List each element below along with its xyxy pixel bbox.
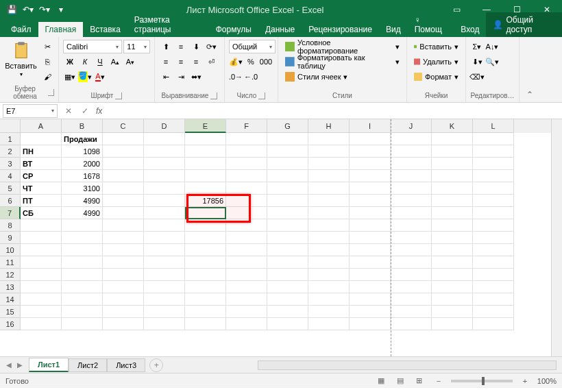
cell-I10[interactable] xyxy=(350,244,391,256)
cell-J2[interactable] xyxy=(391,145,432,158)
cell-E12[interactable] xyxy=(185,269,226,281)
cell-L7[interactable] xyxy=(473,207,514,219)
clipboard-launcher[interactable] xyxy=(48,89,54,96)
page-break-view-button[interactable]: ⊞ xyxy=(413,376,426,387)
cell-J1[interactable] xyxy=(391,133,432,145)
cell-I7[interactable] xyxy=(350,207,391,219)
cell-G15[interactable] xyxy=(267,306,308,318)
cell-B11[interactable] xyxy=(62,256,103,269)
cell-G7[interactable] xyxy=(267,207,308,219)
cell-K12[interactable] xyxy=(432,269,473,281)
col-header-B[interactable]: B xyxy=(62,119,103,133)
row-header-15[interactable]: 15 xyxy=(0,306,21,318)
cell-A7[interactable]: СБ xyxy=(21,207,62,219)
cell-F15[interactable] xyxy=(226,306,267,318)
font-grow-button[interactable]: A▴ xyxy=(108,55,122,69)
cell-G8[interactable] xyxy=(267,219,308,232)
row-header-3[interactable]: 3 xyxy=(0,158,21,170)
row-header-5[interactable]: 5 xyxy=(0,182,21,195)
cell-K16[interactable] xyxy=(432,318,473,330)
cell-A15[interactable] xyxy=(21,306,62,318)
zoom-out-button[interactable]: − xyxy=(432,376,445,387)
cell-L5[interactable] xyxy=(473,182,514,195)
cell-L6[interactable] xyxy=(473,195,514,207)
row-header-1[interactable]: 1 xyxy=(0,133,21,145)
cell-F16[interactable] xyxy=(226,318,267,330)
cell-C1[interactable] xyxy=(103,133,144,145)
cell-G4[interactable] xyxy=(267,170,308,182)
align-center-button[interactable]: ≡ xyxy=(174,55,188,69)
cell-J7[interactable] xyxy=(391,207,432,219)
indent-increase-button[interactable]: ⇥ xyxy=(174,70,188,84)
cell-B13[interactable] xyxy=(62,281,103,293)
cell-D4[interactable] xyxy=(144,170,185,182)
enter-formula-button[interactable]: ✓ xyxy=(78,104,92,118)
cell-E15[interactable] xyxy=(185,306,226,318)
cell-E13[interactable] xyxy=(185,281,226,293)
cell-G6[interactable] xyxy=(267,195,308,207)
cell-J15[interactable] xyxy=(391,306,432,318)
row-header-4[interactable]: 4 xyxy=(0,170,21,182)
borders-button[interactable]: ▦▾ xyxy=(63,70,77,84)
cell-F8[interactable] xyxy=(226,219,267,232)
cell-D7[interactable] xyxy=(144,207,185,219)
col-header-E[interactable]: E xyxy=(185,119,226,133)
cell-H6[interactable] xyxy=(308,195,350,207)
cell-I1[interactable] xyxy=(350,133,391,145)
cell-A12[interactable] xyxy=(21,269,62,281)
cell-I2[interactable] xyxy=(350,145,391,158)
cell-C11[interactable] xyxy=(103,256,144,269)
col-header-J[interactable]: J xyxy=(391,119,432,133)
cell-D2[interactable] xyxy=(144,145,185,158)
cell-A13[interactable] xyxy=(21,281,62,293)
cell-B6[interactable]: 4990 xyxy=(62,195,103,207)
align-bottom-button[interactable]: ⬇ xyxy=(189,40,203,53)
page-layout-view-button[interactable]: ▤ xyxy=(393,376,407,387)
col-header-G[interactable]: G xyxy=(267,119,308,133)
cell-F3[interactable] xyxy=(226,158,267,170)
cell-L10[interactable] xyxy=(473,244,514,256)
cell-G9[interactable] xyxy=(267,232,308,244)
cell-C13[interactable] xyxy=(103,281,144,293)
fill-color-button[interactable]: 🪣▾ xyxy=(78,70,92,84)
row-header-9[interactable]: 9 xyxy=(0,232,21,244)
cell-D11[interactable] xyxy=(144,256,185,269)
cell-G16[interactable] xyxy=(267,318,308,330)
share-button[interactable]: 👤Общий доступ xyxy=(486,12,562,37)
fill-button[interactable]: ⬇▾ xyxy=(470,55,484,69)
cell-A4[interactable]: СР xyxy=(21,170,62,182)
cell-D16[interactable] xyxy=(144,318,185,330)
cell-I3[interactable] xyxy=(350,158,391,170)
cell-J14[interactable] xyxy=(391,293,432,306)
number-format-combo[interactable]: Общий▾ xyxy=(229,40,276,53)
cell-E10[interactable] xyxy=(185,244,226,256)
autosum-button[interactable]: Σ▾ xyxy=(470,40,484,53)
cell-D15[interactable] xyxy=(144,306,185,318)
font-shrink-button[interactable]: A▾ xyxy=(123,55,137,69)
cell-B10[interactable] xyxy=(62,244,103,256)
qat-customize[interactable]: ▾ xyxy=(53,2,69,17)
cell-L12[interactable] xyxy=(473,269,514,281)
cell-F2[interactable] xyxy=(226,145,267,158)
cell-H12[interactable] xyxy=(308,269,350,281)
cell-F9[interactable] xyxy=(226,232,267,244)
cell-E8[interactable] xyxy=(185,219,226,232)
font-name-combo[interactable]: Calibri▾ xyxy=(63,40,122,53)
cell-A14[interactable] xyxy=(21,293,62,306)
cell-L1[interactable] xyxy=(473,133,514,145)
cell-D3[interactable] xyxy=(144,158,185,170)
cell-L11[interactable] xyxy=(473,256,514,269)
cell-G5[interactable] xyxy=(267,182,308,195)
col-header-D[interactable]: D xyxy=(144,119,185,133)
cell-G3[interactable] xyxy=(267,158,308,170)
row-header-12[interactable]: 12 xyxy=(0,269,21,281)
cell-I15[interactable] xyxy=(350,306,391,318)
cell-K13[interactable] xyxy=(432,281,473,293)
copy-button[interactable]: ⎘ xyxy=(40,55,54,69)
cell-A1[interactable] xyxy=(21,133,62,145)
cell-H14[interactable] xyxy=(308,293,350,306)
cell-I8[interactable] xyxy=(350,219,391,232)
cell-I4[interactable] xyxy=(350,170,391,182)
name-box[interactable]: E7▾ xyxy=(3,104,58,118)
wrap-text-button[interactable]: ⏎ xyxy=(204,55,218,69)
